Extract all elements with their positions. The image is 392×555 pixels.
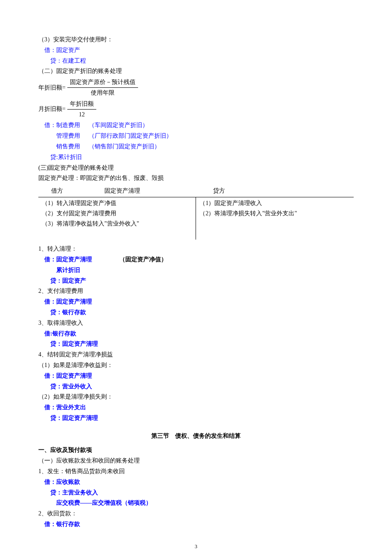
para-section-3-disposal: (三)固定资产处理的账务处理 — [38, 163, 354, 173]
para-ar-occur: 1、发生：销售商品货款尚未收回 — [38, 466, 354, 477]
para-if-net-gain: （1）如果是清理净收益则： — [38, 360, 354, 370]
fraction-monthly-numerator: 年折旧额 — [67, 99, 96, 110]
entry-debit-nonop-expense: 借：营业外支出 — [44, 402, 354, 413]
entry-debit-clearing-fee: 借：固定资产清理 — [44, 297, 354, 307]
para-step-3-income: 3、取得清理收入 — [38, 318, 354, 328]
entry-accum-depr: 累计折旧 — [56, 265, 354, 275]
para-step-2-pay-fee: 2、支付清理费用 — [38, 286, 354, 296]
entry-label-manufacturing: 借：制造费用 — [44, 120, 87, 130]
entry-credit-bank-1: 贷：银行存款 — [50, 307, 354, 318]
entry-debit-clearing-gain: 借：固定资产清理 — [44, 371, 354, 381]
entry-debit-ar: 借：应收账款 — [44, 477, 354, 487]
entry-debit-bank: 借:银行存款 — [44, 329, 354, 339]
table-header-credit: 贷方 — [196, 185, 354, 197]
table-left-1: （1）转入清理固定资产净值 — [42, 198, 192, 208]
fraction-annual: 固定资产原价－预计残值 使用年限 — [67, 77, 138, 98]
entry-transfer-clearing: 借：固定资产清理 （固定资产净值） — [44, 254, 354, 265]
fraction-monthly-denominator: 12 — [76, 110, 87, 120]
para-ar-collect: 2、收回货款： — [38, 509, 354, 519]
table-right-2: （2）将清理净损失转入"营业外支出" — [199, 208, 350, 219]
table-left-col: （1）转入清理固定资产净值 （2）支付固定资产清理费用 （3）将清理净收益转入"… — [38, 197, 196, 240]
entry-note-manufacturing: （车间固定资产折旧） — [89, 122, 148, 128]
para-if-net-loss: （2）如果是清理净损失则： — [38, 392, 354, 402]
entry-credit-clearing-loss: 贷：固定资产清理 — [50, 413, 354, 423]
table-right-1: （1）固定资产清理收入 — [199, 198, 350, 208]
entry-debit-manufacturing: 借：制造费用 （车间固定资产折旧） — [44, 120, 354, 130]
para-step-1-transfer: 1、转入清理： — [38, 244, 354, 254]
table-asset-clearing: 借方 固定资产清理 贷方 （1）转入清理固定资产净值 （2）支付固定资产清理费用… — [38, 185, 354, 240]
entry-admin-expense: 管理费用 （厂部行政部门固定资产折旧） — [56, 131, 354, 141]
formula-annual-depreciation: 年折旧额= 固定资产原价－预计残值 使用年限 — [38, 77, 354, 98]
entry-credit-nonop-income: 贷：营业外收入 — [50, 382, 354, 392]
fraction-monthly: 年折旧额 12 — [67, 99, 96, 120]
entry-credit-tax-payable: 应交税费——应交增值税（销项税） — [56, 498, 354, 508]
formula-annual-lead: 年折旧额= — [38, 83, 66, 93]
entry-sales-expense: 销售费用 （销售部门固定资产折旧） — [56, 142, 354, 152]
entry-note-sales: （销售部门固定资产折旧） — [89, 143, 160, 150]
table-right-col: （1）固定资产清理收入 （2）将清理净损失转入"营业外支出" — [196, 197, 354, 240]
table-header-account: 固定资产清理 — [101, 185, 196, 197]
para-disposal-definition: 固定资产处理：即固定资产的出售、报废、毁损 — [38, 173, 354, 183]
heading-receivables: 一、应收及预付款项 — [38, 445, 354, 455]
para-step-4-carryover: 4、结转固定资产清理净损益 — [38, 350, 354, 360]
entry-label-admin: 管理费用 — [56, 131, 87, 141]
table-left-2: （2）支付固定资产清理费用 — [42, 208, 192, 219]
entry-debit-fixed-assets: 借：固定资产 — [44, 45, 354, 55]
section-3-title: 第三节 债权、债务的发生和结算 — [38, 431, 354, 441]
entry-credit-fixed-asset: 贷：固定资产 — [50, 276, 354, 286]
entry-label-clearing-debit: 借：固定资产清理 — [44, 254, 92, 265]
entry-label-sales: 销售费用 — [56, 142, 87, 152]
entry-note-net-value: （固定资产净值） — [119, 254, 167, 265]
para-3-install-complete: （3）安装完毕交付使用时： — [38, 35, 354, 45]
para-ar-processing: （一）应收账款发生和收回的账务处理 — [38, 456, 354, 466]
entry-debit-bank-collect: 借：银行存款 — [44, 519, 354, 529]
para-section-2-depreciation: （二）固定资产折旧的账务处理 — [38, 66, 354, 76]
table-left-3: （3）将清理净收益转入"营业外收入" — [42, 219, 192, 229]
entry-credit-construction: 贷：在建工程 — [50, 56, 354, 66]
entry-credit-accum-depr: 贷:累计折旧 — [50, 152, 354, 162]
formula-monthly-lead: 月折旧额= — [38, 104, 66, 114]
fraction-annual-numerator: 固定资产原价－预计残值 — [67, 77, 138, 88]
entry-credit-main-revenue: 贷：主营业务收入 — [50, 488, 354, 498]
fraction-annual-denominator: 使用年限 — [88, 88, 117, 98]
entry-credit-clearing-income: 贷：固定资产清理 — [50, 339, 354, 349]
page-number: 3 — [38, 542, 354, 551]
entry-note-admin: （厂部行政部门固定资产折旧） — [89, 133, 172, 139]
formula-monthly-depreciation: 月折旧额= 年折旧额 12 — [38, 99, 354, 120]
table-header-debit: 借方 — [38, 185, 101, 197]
